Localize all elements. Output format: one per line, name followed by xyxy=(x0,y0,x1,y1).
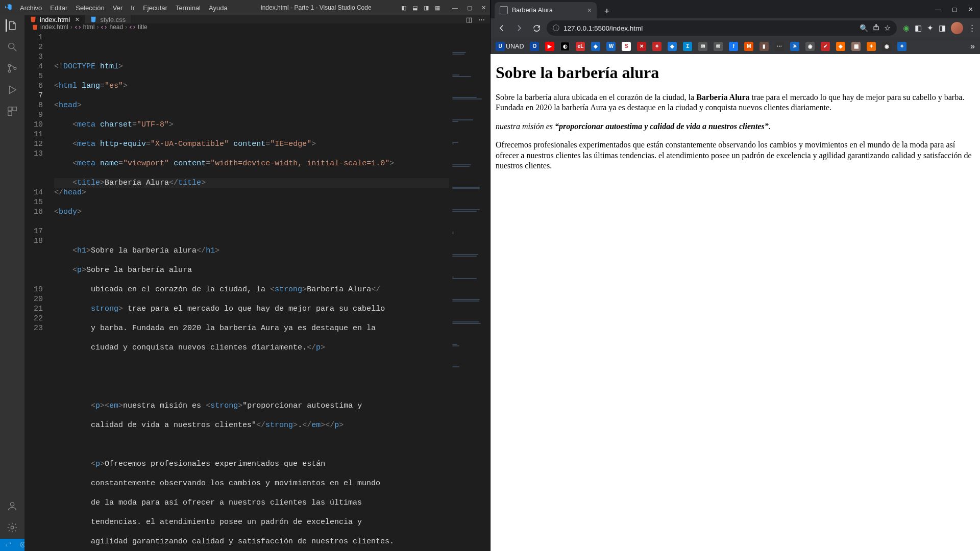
breadcrumb-title[interactable]: title xyxy=(129,23,148,31)
profile-avatar[interactable] xyxy=(951,22,963,34)
svg-point-2 xyxy=(8,70,11,72)
more-actions-icon[interactable]: ⋯ xyxy=(478,16,485,23)
bookmark-icon[interactable]: ◆ xyxy=(591,42,600,51)
extension-icon[interactable]: ◉ xyxy=(903,23,910,33)
bookmark-icon[interactable]: eL xyxy=(576,42,585,51)
bookmark-icon[interactable]: O xyxy=(530,42,539,51)
bookmark-icon[interactable]: ✦ xyxy=(897,42,906,51)
paragraph-1: Sobre la barbería alura ubicada en el co… xyxy=(496,92,975,113)
accounts-icon[interactable] xyxy=(6,500,18,512)
code-text[interactable]: <!DOCTYPE html> <html lang="es"> <head> … xyxy=(52,31,490,551)
explorer-icon[interactable] xyxy=(6,19,18,32)
page-content: Sobre la barbería alura Sobre la barberí… xyxy=(491,54,980,551)
close-icon[interactable]: ✕ xyxy=(481,5,486,11)
forward-button[interactable] xyxy=(512,21,526,35)
menu-editar[interactable]: Editar xyxy=(46,2,71,14)
bookmark-icon[interactable]: Σ xyxy=(683,42,692,51)
breadcrumb-file[interactable]: index.html xyxy=(32,23,68,31)
zoom-icon[interactable]: 🔍 xyxy=(860,24,868,32)
svg-rect-6 xyxy=(8,112,12,115)
paragraph-3: Ofrecemos profesionales experimentados q… xyxy=(496,140,975,171)
bookmark-star-icon[interactable]: ☆ xyxy=(884,23,891,33)
search-icon[interactable] xyxy=(6,41,18,53)
bookmark-icon[interactable]: ✦ xyxy=(867,42,876,51)
bookmark-icon[interactable]: ◉ xyxy=(805,42,815,51)
side-panel-icon[interactable]: ◨ xyxy=(939,23,946,33)
site-info-icon[interactable]: ⓘ xyxy=(553,23,559,33)
split-editor-icon[interactable]: ◫ xyxy=(466,16,472,23)
new-tab-button[interactable]: + xyxy=(600,4,614,18)
code-editor[interactable]: 123456 7891011 1213 1415 16 1718 1920212… xyxy=(24,31,490,551)
run-debug-icon[interactable] xyxy=(6,84,18,96)
bookmark-icon[interactable]: ▦ xyxy=(851,42,861,51)
tab-index-html[interactable]: index.html × xyxy=(24,15,85,23)
minimap[interactable] xyxy=(449,31,490,551)
tab-label: index.html xyxy=(40,16,70,23)
bookmark-icon[interactable]: ▮ xyxy=(760,42,769,51)
breadcrumb-head[interactable]: head xyxy=(101,23,123,31)
html-file-icon xyxy=(30,16,37,23)
toggle-panel-right-icon[interactable]: ◨ xyxy=(424,5,429,11)
settings-gear-icon[interactable] xyxy=(6,521,18,534)
bookmark-icon[interactable]: W xyxy=(606,42,616,51)
chevron-right-icon: › xyxy=(125,23,127,31)
customize-layout-icon[interactable]: ▦ xyxy=(435,5,440,11)
bookmark-icon[interactable]: ✉ xyxy=(698,42,707,51)
menu-ver[interactable]: Ver xyxy=(109,2,127,14)
browser-tab[interactable]: Barbería Alura × xyxy=(495,2,597,18)
menu-terminal[interactable]: Terminal xyxy=(172,2,204,14)
bookmarks-overflow-icon[interactable]: » xyxy=(970,42,975,51)
extension-icon[interactable]: ◧ xyxy=(915,23,922,33)
bookmark-icon[interactable]: f xyxy=(729,42,738,51)
toggle-panel-left-icon[interactable]: ◧ xyxy=(401,5,406,11)
extensions-puzzle-icon[interactable]: ✦ xyxy=(927,23,934,33)
menu-ir[interactable]: Ir xyxy=(127,2,138,14)
vscode-window: Archivo Editar Selección Ver Ir Ejecutar… xyxy=(0,0,490,551)
minimize-icon[interactable]: — xyxy=(935,6,941,13)
bookmark-icon[interactable]: ✕ xyxy=(637,42,646,51)
toggle-panel-bottom-icon[interactable]: ⬓ xyxy=(412,5,418,11)
tab-label: style.css xyxy=(100,16,126,23)
close-icon[interactable]: ✕ xyxy=(968,6,973,13)
minimize-icon[interactable]: — xyxy=(452,5,458,11)
bookmark-icon[interactable]: ✉ xyxy=(714,42,723,51)
share-icon[interactable] xyxy=(872,23,880,33)
tab-close-icon[interactable]: × xyxy=(587,6,592,14)
bookmark-icon[interactable]: ✳ xyxy=(790,42,799,51)
svg-point-8 xyxy=(11,526,14,529)
bookmark-icon[interactable]: M xyxy=(744,42,753,51)
remote-indicator[interactable] xyxy=(5,541,13,548)
chrome-tabstrip: Barbería Alura × + — ▢ ✕ xyxy=(491,0,980,18)
menu-ejecutar[interactable]: Ejecutar xyxy=(139,2,171,14)
tab-close-icon[interactable]: × xyxy=(75,15,79,23)
bookmark-icon[interactable]: ⋯ xyxy=(775,42,784,51)
emphasis-text: nuestra misión es “proporcionar autoesti… xyxy=(496,122,771,131)
layout-controls: ◧ ⬓ ◨ ▦ xyxy=(401,5,440,11)
bookmark-icon[interactable]: ✦ xyxy=(652,42,662,51)
breadcrumb[interactable]: index.html › html › head › title xyxy=(24,23,490,31)
menu-seleccion[interactable]: Selección xyxy=(72,2,108,14)
bookmark-icon[interactable]: ◉ xyxy=(882,42,891,51)
breadcrumb-html[interactable]: html xyxy=(75,23,95,31)
editor-actions: ◫ ⋯ xyxy=(466,15,490,23)
strong-text: “proporcionar autoestima y calidad de vi… xyxy=(555,122,769,131)
menu-archivo[interactable]: Archivo xyxy=(16,2,45,14)
bookmark-icon[interactable]: ▶ xyxy=(545,42,554,51)
extensions-icon[interactable] xyxy=(6,105,18,117)
maximize-icon[interactable]: ▢ xyxy=(952,6,957,13)
bookmark-item[interactable]: U UNAD xyxy=(496,42,524,51)
menu-ayuda[interactable]: Ayuda xyxy=(205,2,231,14)
address-bar[interactable]: ⓘ 127.0.0.1:5500/index.html 🔍 ☆ xyxy=(547,20,897,36)
source-control-icon[interactable] xyxy=(6,62,18,74)
back-button[interactable] xyxy=(495,21,509,35)
tab-style-css[interactable]: style.css xyxy=(85,15,131,23)
bookmark-icon[interactable]: ◆ xyxy=(668,42,677,51)
bookmark-icon[interactable]: ◆ xyxy=(836,42,845,51)
reload-button[interactable] xyxy=(529,21,544,35)
bookmark-icon[interactable]: ◐ xyxy=(560,42,570,51)
bookmark-icon[interactable]: S xyxy=(622,42,631,51)
maximize-icon[interactable]: ▢ xyxy=(467,5,472,11)
bookmark-icon[interactable]: ✔ xyxy=(821,42,830,51)
chrome-menu-icon[interactable]: ⋮ xyxy=(968,23,976,33)
page-heading: Sobre la barbería alura xyxy=(496,63,975,82)
